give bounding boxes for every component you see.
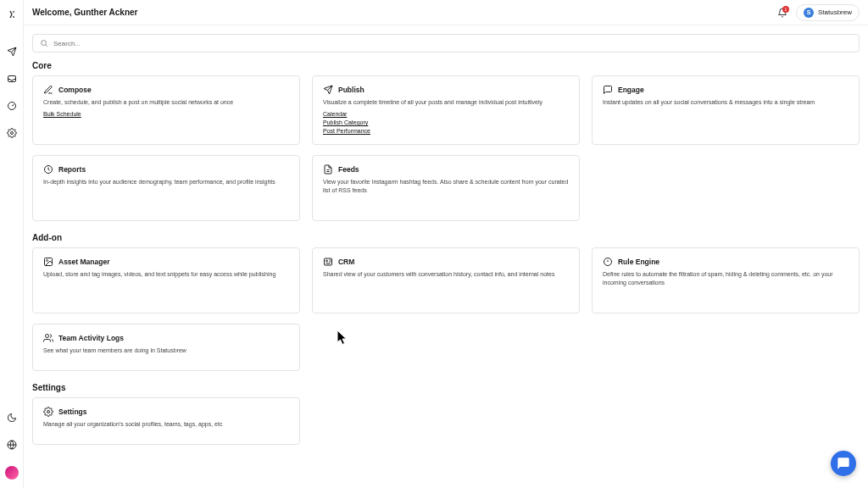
card-title: Engage xyxy=(618,86,644,94)
svg-point-12 xyxy=(47,411,50,413)
brand-logo-icon[interactable] xyxy=(6,8,18,20)
reports-icon xyxy=(43,164,53,175)
card-desc: Visualize a complete timeline of all you… xyxy=(323,98,569,106)
link-publish-category[interactable]: Publish Category xyxy=(323,119,569,125)
section-settings-title: Settings xyxy=(32,383,860,392)
engage-icon xyxy=(603,85,613,95)
section-core-title: Core xyxy=(32,61,860,70)
card-desc: Shared view of your customers with conve… xyxy=(323,270,569,278)
card-desc: In-depth insights into your audience dem… xyxy=(43,178,289,186)
card-desc: View your favorite Instagarm hashtag fee… xyxy=(323,178,569,194)
inbox-nav-icon[interactable] xyxy=(6,73,18,85)
gear-icon xyxy=(43,407,53,417)
moon-icon[interactable] xyxy=(6,412,18,424)
search-input[interactable] xyxy=(53,40,852,47)
workspace-switcher[interactable]: S Statusbrew xyxy=(796,4,860,21)
card-title: CRM xyxy=(338,258,354,266)
card-title: Feeds xyxy=(338,165,359,174)
left-rail xyxy=(0,0,24,488)
card-publish[interactable]: Publish Visualize a complete timeline of… xyxy=(312,75,580,145)
dashboard-nav-icon[interactable] xyxy=(6,100,18,112)
card-title: Compose xyxy=(58,86,92,94)
addon-row1: Asset Manager Upload, store and tag imag… xyxy=(32,247,860,313)
search-bar[interactable] xyxy=(32,34,860,53)
rule-icon xyxy=(603,257,613,267)
notification-badge: 1 xyxy=(782,6,789,13)
card-title: Reports xyxy=(58,165,86,174)
asset-icon xyxy=(43,257,53,267)
core-row1: Compose Create, schedule, and publish a … xyxy=(32,75,860,145)
brand-avatar: S xyxy=(804,8,814,18)
card-desc: Upload, store and tag images, videos, an… xyxy=(43,270,289,278)
link-bulk-schedule[interactable]: Bulk Schedule xyxy=(43,111,289,117)
settings-row: Settings Manage all your organization's … xyxy=(32,397,860,445)
card-engage[interactable]: Engage Instant updates on all your socia… xyxy=(592,75,860,145)
crm-icon xyxy=(323,257,333,267)
card-title: Rule Engine xyxy=(618,258,659,266)
search-icon xyxy=(40,39,48,47)
card-title: Settings xyxy=(58,408,87,416)
svg-point-4 xyxy=(42,41,47,46)
card-title: Team Activity Logs xyxy=(58,334,124,342)
card-crm[interactable]: CRM Shared view of your customers with c… xyxy=(312,247,580,313)
page-title: Welcome, Gunther Ackner xyxy=(32,8,774,17)
help-icon[interactable] xyxy=(6,439,18,451)
card-feeds[interactable]: Feeds View your favorite Instagarm hasht… xyxy=(312,155,580,221)
addon-row2: Team Activity Logs See what your team me… xyxy=(32,324,860,371)
publish-icon xyxy=(323,85,333,95)
compose-nav-icon[interactable] xyxy=(6,46,18,58)
link-calendar[interactable]: Calendar xyxy=(323,111,569,117)
svg-point-2 xyxy=(10,132,13,135)
card-desc: Define rules to automate the filtration … xyxy=(603,270,849,286)
brand-name: Statusbrew xyxy=(818,8,852,16)
notifications-button[interactable]: 1 xyxy=(774,8,791,18)
header: Welcome, Gunther Ackner 1 S Statusbrew xyxy=(24,0,868,25)
user-avatar[interactable] xyxy=(5,466,19,480)
card-desc: Manage all your organization's social pr… xyxy=(43,420,289,428)
svg-point-7 xyxy=(47,260,48,262)
link-post-performance[interactable]: Post Performance xyxy=(323,128,569,134)
svg-point-11 xyxy=(46,335,49,338)
svg-point-9 xyxy=(326,260,327,262)
feeds-icon xyxy=(323,164,333,175)
chat-icon xyxy=(837,457,850,470)
card-settings[interactable]: Settings Manage all your organization's … xyxy=(32,397,300,445)
card-title: Asset Manager xyxy=(58,258,109,266)
core-row2: Reports In-depth insights into your audi… xyxy=(32,155,860,221)
content-scroll: Core Compose Create, schedule, and publi… xyxy=(24,25,868,488)
chat-fab[interactable] xyxy=(831,451,856,476)
card-team-activity[interactable]: Team Activity Logs See what your team me… xyxy=(32,324,300,371)
card-desc: Instant updates on all your social conve… xyxy=(603,98,849,106)
card-title: Publish xyxy=(338,86,364,94)
card-rule-engine[interactable]: Rule Engine Define rules to automate the… xyxy=(592,247,860,313)
main: Welcome, Gunther Ackner 1 S Statusbrew C… xyxy=(24,0,868,488)
card-desc: Create, schedule, and publish a post on … xyxy=(43,98,289,106)
card-reports[interactable]: Reports In-depth insights into your audi… xyxy=(32,155,300,221)
section-addon-title: Add-on xyxy=(32,233,860,242)
card-asset-manager[interactable]: Asset Manager Upload, store and tag imag… xyxy=(32,247,300,313)
activity-icon xyxy=(43,333,53,343)
compose-icon xyxy=(43,85,53,95)
settings-nav-icon[interactable] xyxy=(6,127,18,139)
card-desc: See what your team members are doing in … xyxy=(43,347,289,354)
card-compose[interactable]: Compose Create, schedule, and publish a … xyxy=(32,75,300,145)
